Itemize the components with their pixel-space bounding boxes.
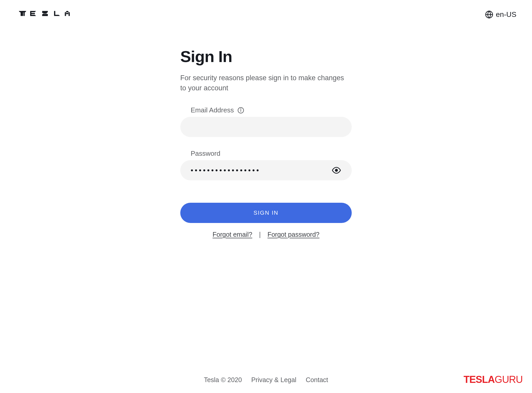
forgot-password-link[interactable]: Forgot password? — [268, 231, 320, 238]
watermark-light: GURU — [495, 374, 523, 385]
forgot-email-link[interactable]: Forgot email? — [212, 231, 252, 238]
signin-form: Sign In For security reasons please sign… — [180, 47, 352, 238]
watermark-bold: TESLA — [464, 374, 495, 385]
help-links: Forgot email? | Forgot password? — [180, 231, 352, 238]
link-divider: | — [259, 231, 261, 238]
header: en-US — [0, 0, 532, 19]
tesla-wordmark-icon — [18, 11, 75, 17]
email-label: Email Address — [191, 106, 234, 114]
eye-icon — [332, 166, 341, 175]
toggle-password-visibility[interactable] — [330, 164, 342, 176]
tesla-logo — [18, 11, 75, 18]
footer-copyright[interactable]: Tesla © 2020 — [204, 376, 242, 384]
footer-contact[interactable]: Contact — [306, 376, 328, 384]
footer-privacy[interactable]: Privacy & Legal — [251, 376, 296, 384]
email-group: Email Address — [180, 106, 352, 137]
email-input[interactable] — [180, 117, 352, 137]
page-subtitle: For security reasons please sign in to m… — [180, 73, 352, 93]
footer: Tesla © 2020 Privacy & Legal Contact — [0, 376, 532, 384]
watermark: TESLAGURU — [464, 374, 523, 385]
password-label: Password — [191, 150, 220, 158]
globe-icon — [485, 10, 493, 19]
password-input[interactable] — [180, 160, 352, 180]
info-icon[interactable] — [237, 107, 244, 114]
page-title: Sign In — [180, 47, 352, 66]
signin-button[interactable]: SIGN IN — [180, 203, 352, 223]
locale-selector[interactable]: en-US — [485, 10, 516, 19]
password-group: Password — [180, 150, 352, 180]
svg-point-5 — [241, 109, 241, 109]
svg-point-6 — [335, 169, 338, 172]
locale-label: en-US — [496, 10, 516, 19]
